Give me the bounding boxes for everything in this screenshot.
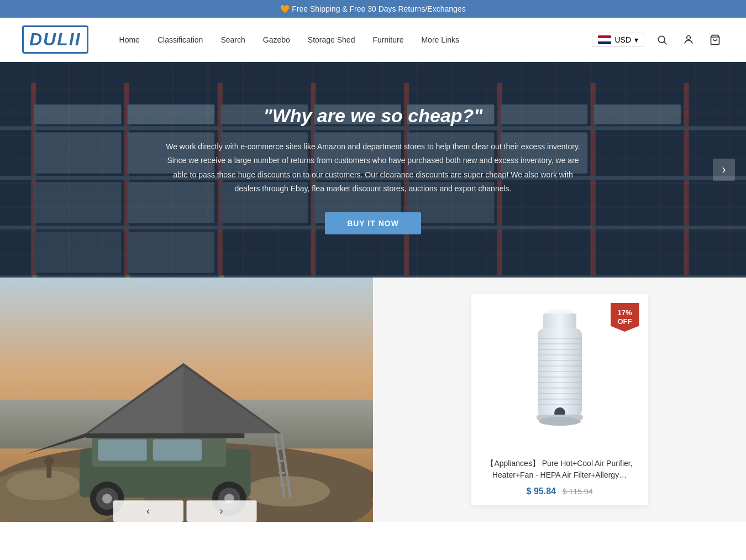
discount-percent: 17% [617, 308, 632, 317]
nav-item-gazebo[interactable]: Gazebo [254, 35, 299, 44]
svg-rect-70 [46, 465, 51, 478]
svg-point-45 [7, 470, 80, 500]
nav-item-more-links[interactable]: More Links [412, 35, 467, 44]
svg-point-95 [539, 417, 581, 426]
nav-item-search[interactable]: Search [212, 35, 254, 44]
product-panel: 17% OFF [373, 278, 746, 522]
svg-text:‹: ‹ [146, 505, 150, 516]
header: DULII Home Classification Search Gazebo … [0, 18, 746, 62]
product-title: 【Appliances】 Pure Hot+Cool Air Purifier,… [480, 458, 639, 481]
nav-item-classification[interactable]: Classification [149, 35, 212, 44]
svg-rect-51 [153, 439, 202, 461]
discount-badge: 17% OFF [611, 303, 639, 332]
product-prices: $ 95.84 $ 115.94 [480, 486, 639, 496]
svg-point-0 [658, 36, 665, 43]
top-banner: 🧡 Free Shipping & Free 30 Days Returns/E… [0, 0, 746, 18]
us-flag-icon [598, 35, 611, 44]
price-original: $ 115.94 [563, 487, 593, 496]
product-info: 【Appliances】 Pure Hot+Cool Air Purifier,… [471, 449, 648, 505]
logo-text: DULII [22, 25, 88, 54]
svg-rect-50 [98, 439, 146, 461]
hero-description: We work directly with e-commerce sites l… [163, 140, 583, 196]
banner-text: 🧡 Free Shipping & Free 30 Days Returns/E… [280, 4, 465, 13]
nav-item-furniture[interactable]: Furniture [364, 35, 412, 44]
svg-text:›: › [220, 505, 223, 516]
currency-label: USD [614, 35, 631, 44]
hero-title: "Why are we so cheap?" [264, 105, 483, 127]
hero-section: "Why are we so cheap?" We work directly … [0, 62, 746, 278]
currency-dropdown-icon: ▾ [634, 35, 638, 44]
price-current: $ 95.84 [527, 486, 556, 496]
product-card: 17% OFF [471, 294, 648, 505]
currency-selector[interactable]: USD ▾ [592, 33, 644, 47]
buy-now-button[interactable]: BUY IT NOW [325, 212, 421, 234]
product-image [527, 305, 593, 438]
search-button[interactable] [653, 31, 671, 49]
account-button[interactable] [680, 31, 697, 49]
svg-rect-78 [538, 328, 582, 417]
cart-button[interactable] [706, 31, 724, 49]
svg-rect-77 [543, 313, 576, 330]
nav-item-storage-shed[interactable]: Storage Shed [299, 35, 364, 44]
nav-item-home[interactable]: Home [111, 35, 149, 44]
svg-line-1 [664, 41, 667, 44]
svg-point-69 [44, 456, 54, 466]
svg-point-2 [687, 35, 691, 39]
svg-rect-58 [86, 433, 244, 438]
hero-next-arrow[interactable]: › [713, 159, 735, 181]
lower-section: ‹ › 17% OFF [0, 278, 746, 522]
nav: Home Classification Search Gazebo Storag… [111, 35, 592, 44]
tent-panel: ‹ › [0, 278, 373, 522]
discount-off: OFF [618, 317, 632, 326]
hero-content: "Why are we so cheap?" We work directly … [0, 62, 746, 278]
logo[interactable]: DULII [22, 25, 88, 54]
svg-point-54 [102, 494, 112, 504]
nav-right: USD ▾ [592, 31, 724, 49]
